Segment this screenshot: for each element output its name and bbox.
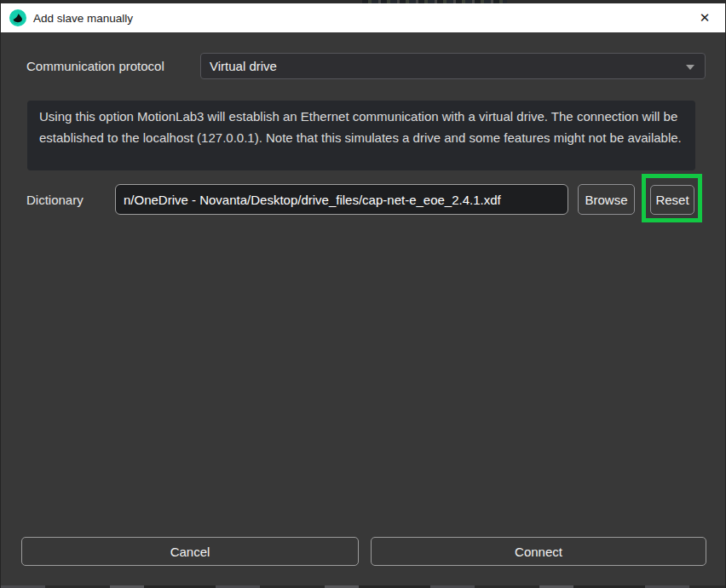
dialog-titlebar: Add slave manually ✕ [1,3,726,32]
cancel-button[interactable]: Cancel [21,537,359,566]
dictionary-label: Dictionary [26,193,84,207]
reset-button-label: Reset [655,193,689,207]
connect-button-label: Connect [515,545,562,559]
dictionary-path-input[interactable] [115,184,568,215]
add-slave-dialog: Add slave manually ✕ Communication proto… [0,0,726,588]
connect-button[interactable]: Connect [371,537,706,566]
chevron-down-icon [686,65,694,70]
protocol-label: Communication protocol [26,59,164,73]
protocol-selected-value: Virtual drive [210,59,277,73]
reset-button[interactable]: Reset [650,185,694,215]
browse-button[interactable]: Browse [578,184,635,215]
motionlab-logo-icon [9,9,26,26]
browse-button-label: Browse [585,193,627,207]
protocol-dropdown[interactable]: Virtual drive [200,53,706,79]
virtual-drive-info-box: Using this option MotionLab3 will establ… [27,101,695,170]
close-icon[interactable]: ✕ [689,3,720,32]
cancel-button-label: Cancel [170,545,210,559]
virtual-drive-info-text: Using this option MotionLab3 will establ… [39,109,682,145]
dialog-title: Add slave manually [33,12,133,25]
